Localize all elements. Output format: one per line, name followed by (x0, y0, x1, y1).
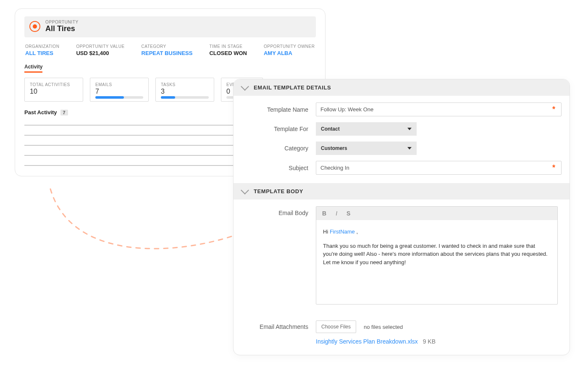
label-template-for: Template For (245, 126, 308, 132)
progress-fill (95, 96, 124, 99)
template-details-form: Template Name Follow Up: Week One * Temp… (234, 96, 570, 183)
attachment-file-size: 9 KB (423, 338, 436, 345)
meta-label: CATEGORY (142, 44, 193, 49)
row-template-name: Template Name Follow Up: Week One * (245, 102, 558, 116)
owner-link[interactable]: AMY ALBA (264, 50, 315, 56)
label-email-body: Email Body (245, 206, 308, 216)
editor-toolbar: B I S (316, 207, 557, 220)
select-value: Customers (321, 145, 347, 151)
opportunity-header: OPPORTUNITY All Tires (24, 16, 316, 37)
meta-organization: ORGANIZATION ALL TIRES (25, 44, 59, 56)
row-category: Category Customers (245, 142, 558, 155)
input-template-name[interactable]: Follow Up: Week One (316, 102, 562, 116)
label-category: Category (245, 145, 308, 152)
meta-label: TIME IN STAGE (209, 44, 247, 49)
input-subject[interactable]: Checking In (316, 161, 562, 175)
category-link[interactable]: REPEAT BUSINESS (142, 50, 193, 56)
progress-fill (161, 96, 175, 99)
past-activity-count: 7 (60, 110, 68, 116)
attachment-file-link[interactable]: Insightly Services Plan Breakdown.xlsx (316, 338, 418, 345)
chevron-down-icon (241, 186, 249, 194)
row-template-for: Template For Contact (245, 122, 558, 136)
past-activity-label: Past Activity (24, 109, 57, 116)
template-body-form: Email Body B I S Hi FirstName , Thank yo… (234, 200, 570, 313)
opportunity-header-text: OPPORTUNITY All Tires (45, 20, 79, 33)
meta-label: OPPORTUNITY OWNER (264, 44, 315, 49)
attachment-file-row: Insightly Services Plan Breakdown.xlsx 9… (234, 333, 570, 345)
label-attachments: Email Attachments (245, 323, 308, 330)
tab-activity[interactable]: Activity (24, 64, 42, 73)
toolbar-bold-button[interactable]: B (322, 210, 326, 217)
editor-content[interactable]: Hi FirstName , Thank you so much for bei… (316, 220, 557, 304)
greeting-suffix: , (355, 228, 358, 235)
stat-tasks[interactable]: TASKS 3 (155, 78, 214, 102)
stat-value: 7 (95, 88, 143, 95)
label-subject: Subject (245, 165, 308, 171)
required-star-icon: * (552, 163, 555, 172)
connector-curve (46, 185, 239, 256)
row-subject: Subject Checking In * (245, 161, 558, 175)
opportunity-eyebrow: OPPORTUNITY (45, 20, 79, 24)
stat-value: 10 (30, 88, 78, 95)
chevron-down-icon (241, 82, 249, 91)
stat-label: EMAILS (95, 82, 143, 87)
caret-down-icon (407, 147, 412, 150)
email-body-editor[interactable]: B I S Hi FirstName , Thank you so much f… (316, 206, 558, 304)
label-template-name: Template Name (245, 106, 308, 113)
required-star-icon: * (552, 105, 555, 114)
meta-category: CATEGORY REPEAT BUSINESS (142, 44, 193, 56)
stat-emails[interactable]: EMAILS 7 (90, 78, 149, 102)
select-category[interactable]: Customers (316, 142, 417, 155)
stat-label: TASKS (161, 82, 209, 87)
section-title: TEMPLATE BODY (254, 188, 303, 194)
body-paragraph: Thank you so much for being a great cust… (323, 242, 551, 267)
stage-value: CLOSED WON (209, 50, 247, 56)
select-template-for[interactable]: Contact (316, 122, 417, 136)
no-files-selected-text: no files selected (364, 324, 403, 330)
stat-label: TOTAL ACTIVITIES (30, 82, 78, 87)
progress-track (95, 96, 143, 99)
greeting-prefix: Hi (323, 228, 330, 235)
opportunity-target-icon (29, 21, 40, 32)
toolbar-strike-button[interactable]: S (346, 210, 350, 217)
meta-opportunity-value: OPPORTUNITY VALUE USD $21,400 (76, 44, 124, 56)
opportunity-meta-row: ORGANIZATION ALL TIRES OPPORTUNITY VALUE… (24, 44, 316, 58)
progress-track (161, 96, 209, 99)
organization-link[interactable]: ALL TIRES (25, 50, 59, 56)
meta-owner: OPPORTUNITY OWNER AMY ALBA (264, 44, 315, 56)
opportunity-value: USD $21,400 (76, 50, 124, 56)
caret-down-icon (407, 128, 412, 130)
select-value: Contact (321, 126, 340, 132)
toolbar-italic-button[interactable]: I (336, 210, 337, 217)
stat-total-activities[interactable]: TOTAL ACTIVITIES 10 (24, 78, 83, 102)
opportunity-title: All Tires (45, 24, 79, 33)
choose-files-button[interactable]: Choose Files (316, 320, 356, 333)
row-email-attachments: Email Attachments Choose Files no files … (234, 313, 570, 333)
merge-field-firstname[interactable]: FirstName (330, 228, 355, 235)
meta-time-in-stage: TIME IN STAGE CLOSED WON (209, 44, 247, 56)
meta-label: OPPORTUNITY VALUE (76, 44, 124, 49)
email-template-panel: EMAIL TEMPLATE DETAILS Template Name Fol… (233, 79, 570, 355)
row-email-body: Email Body B I S Hi FirstName , Thank yo… (245, 206, 558, 304)
section-email-template-details[interactable]: EMAIL TEMPLATE DETAILS (234, 79, 570, 96)
section-title: EMAIL TEMPLATE DETAILS (254, 84, 331, 91)
stat-value: 3 (161, 88, 209, 95)
section-template-body[interactable]: TEMPLATE BODY (234, 183, 570, 200)
meta-label: ORGANIZATION (25, 44, 59, 49)
